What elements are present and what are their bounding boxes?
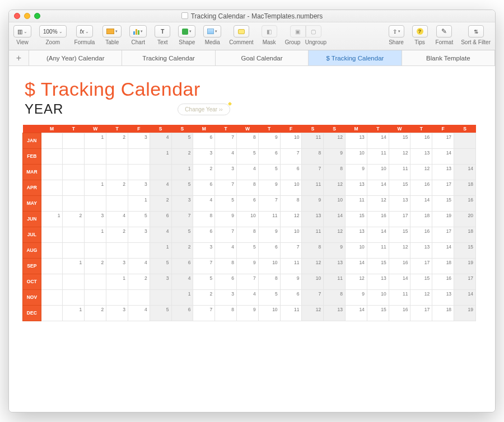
calendar-cell[interactable]: 7 [215,133,237,148]
calendar-cell[interactable]: 3 [106,305,128,321]
calendar-cell[interactable]: 13 [346,180,367,195]
calendar-cell[interactable]: 6 [171,305,193,321]
calendar-cell[interactable]: 5 [150,258,171,274]
calendar-cell[interactable]: 13 [389,195,410,211]
calendar-cell[interactable]: 4 [150,180,171,195]
calendar-cell[interactable]: 7 [302,289,324,305]
calendar-cell[interactable]: 12 [389,148,410,164]
calendar-cell[interactable]: 2 [171,242,193,258]
calendar-cell[interactable] [150,164,171,180]
calendar-cell[interactable]: 1 [85,180,106,195]
close-window-button[interactable] [14,13,20,19]
calendar-cell[interactable]: 11 [367,148,389,164]
calendar-cell[interactable]: 7 [236,274,258,289]
calendar-cell[interactable] [106,164,128,180]
calendar-cell[interactable] [41,227,63,242]
calendar-cell[interactable]: 14 [367,227,389,242]
calendar-cell[interactable]: 16 [454,195,476,211]
calendar-cell[interactable]: 8 [280,195,302,211]
calendar-cell[interactable]: 9 [258,133,280,148]
calendar-cell[interactable]: 3 [171,195,193,211]
table-button[interactable]: ▾ [102,25,122,37]
calendar-cell[interactable] [454,133,476,148]
calendar-cell[interactable]: 3 [215,164,237,180]
document-canvas[interactable]: $ Tracking Calendar YEAR Change Year ›› … [9,66,495,412]
calendar-cell[interactable]: 18 [454,180,476,195]
calendar-cell[interactable]: 14 [410,195,432,211]
calendar-cell[interactable]: 15 [432,195,454,211]
calendar-cell[interactable]: 12 [280,211,302,227]
calendar-cell[interactable]: 5 [236,242,258,258]
calendar-cell[interactable]: 9 [324,242,346,258]
calendar-cell[interactable]: 5 [193,274,215,289]
calendar-cell[interactable] [85,289,106,305]
calendar-cell[interactable]: 7 [193,258,215,274]
calendar-cell[interactable]: 5 [171,180,193,195]
calendar-cell[interactable]: 2 [85,258,106,274]
calendar-cell[interactable]: 2 [193,164,215,180]
calendar-cell[interactable]: 12 [389,242,410,258]
text-button[interactable]: T [155,25,170,37]
calendar-cell[interactable]: 7 [280,242,302,258]
sort-filter-button[interactable]: ⇅ [468,25,484,37]
format-button[interactable]: ✎ [436,25,452,37]
calendar-cell[interactable]: 10 [258,258,280,274]
calendar-cell[interactable]: 18 [454,227,476,242]
calendar-cell[interactable]: 3 [215,289,237,305]
calendar-cell[interactable]: 17 [410,305,432,321]
calendar-cell[interactable]: 7 [193,305,215,321]
calendar-cell[interactable]: 12 [302,258,324,274]
calendar-cell[interactable]: 13 [410,242,432,258]
calendar-cell[interactable]: 15 [367,258,389,274]
calendar-cell[interactable] [41,305,63,321]
calendar-cell[interactable]: 4 [150,133,171,148]
calendar-cell[interactable]: 15 [346,211,367,227]
tips-button[interactable]: ? [412,25,428,37]
calendar-cell[interactable]: 12 [367,195,389,211]
calendar-cell[interactable]: 5 [215,195,237,211]
calendar-cell[interactable] [63,242,85,258]
calendar-cell[interactable] [41,180,63,195]
calendar-cell[interactable]: 3 [193,242,215,258]
calendar-cell[interactable]: 2 [171,148,193,164]
calendar-cell[interactable] [85,274,106,289]
calendar-cell[interactable]: 14 [389,274,410,289]
change-year-button[interactable]: Change Year ›› [178,104,230,115]
calendar-cell[interactable]: 9 [258,227,280,242]
calendar-cell[interactable]: 9 [302,195,324,211]
calendar-cell[interactable]: 3 [106,258,128,274]
calendar-cell[interactable]: 12 [410,164,432,180]
view-button[interactable]: ▥⌄ [13,25,31,37]
calendar-cell[interactable]: 14 [324,211,346,227]
calendar-cell[interactable]: 14 [367,180,389,195]
calendar-cell[interactable]: 6 [236,195,258,211]
calendar-cell[interactable]: 15 [389,227,410,242]
calendar-cell[interactable]: 8 [215,305,237,321]
calendar-cell[interactable]: 16 [410,180,432,195]
calendar-cell[interactable]: 1 [171,164,193,180]
calendar-cell[interactable]: 18 [410,211,432,227]
calendar-cell[interactable]: 11 [302,227,324,242]
calendar-cell[interactable]: 18 [432,258,454,274]
calendar-cell[interactable] [85,148,106,164]
calendar-cell[interactable]: 10 [367,164,389,180]
calendar-cell[interactable]: 4 [236,289,258,305]
calendar-cell[interactable]: 10 [258,305,280,321]
calendar-cell[interactable] [63,289,85,305]
calendar-cell[interactable]: 4 [128,258,150,274]
calendar-cell[interactable] [128,164,150,180]
calendar-cell[interactable]: 2 [63,211,85,227]
calendar-cell[interactable]: 10 [280,227,302,242]
calendar-cell[interactable]: 2 [150,195,171,211]
minimize-window-button[interactable] [24,13,30,19]
calendar-cell[interactable]: 13 [432,164,454,180]
calendar-cell[interactable] [41,258,63,274]
calendar-cell[interactable]: 13 [324,305,346,321]
calendar-cell[interactable] [63,164,85,180]
calendar-cell[interactable]: 5 [258,164,280,180]
calendar-cell[interactable]: 15 [389,133,410,148]
calendar-cell[interactable]: 13 [324,258,346,274]
shape-button[interactable]: ▾ [178,25,195,37]
calendar-cell[interactable]: 14 [367,133,389,148]
calendar-cell[interactable]: 16 [367,211,389,227]
